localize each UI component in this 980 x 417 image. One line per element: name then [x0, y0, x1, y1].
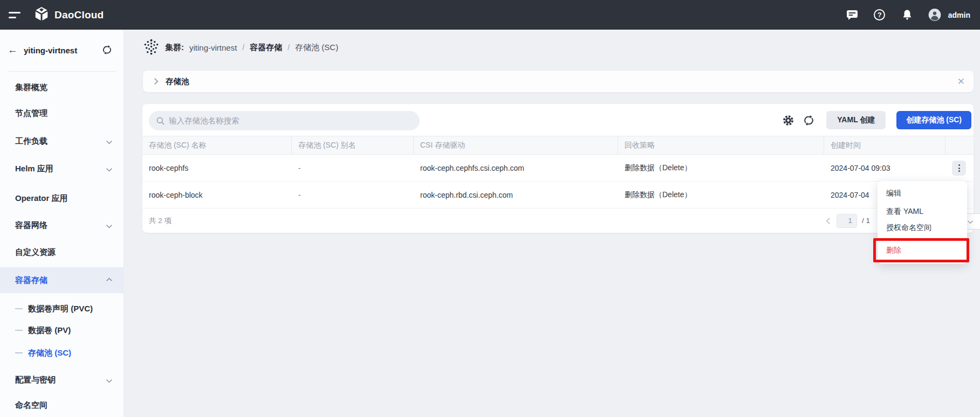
total-count: 共 2 项 [149, 216, 172, 226]
cluster-switch-icon[interactable] [102, 45, 112, 57]
username[interactable]: admin [948, 11, 970, 19]
menu-item-edit[interactable]: 编辑 [878, 186, 967, 201]
row-actions-kebab-icon[interactable] [952, 161, 966, 176]
bell-icon[interactable] [901, 9, 914, 22]
yaml-create-button[interactable]: YAML 创建 [826, 111, 886, 129]
sidebar-item-pv[interactable]: 数据卷 (PV) [0, 321, 124, 340]
sidebar-item-pvc[interactable]: 数据卷声明 (PVC) [0, 299, 124, 318]
col-policy: 回收策略 [618, 136, 824, 154]
sidebar-item-container-storage[interactable]: 容器存储 [0, 267, 124, 293]
sc-policy: 删除数据（Delete） [618, 182, 824, 208]
sc-alias: - [292, 155, 414, 181]
sc-policy: 删除数据（Delete） [618, 155, 824, 181]
refresh-icon[interactable] [801, 113, 815, 127]
table-row: rook-cephfs - rook-ceph.cephfs.csi.ceph.… [142, 155, 974, 182]
sidebar-item-operator-apps[interactable]: Operator 应用 [0, 185, 124, 211]
breadcrumb-cluster-label: 集群: [165, 43, 184, 53]
sidebar-item-container-network[interactable]: 容器网络 [0, 212, 124, 238]
sidebar-header: ← yiting-virtnest [0, 30, 124, 72]
chevron-down-icon [968, 217, 973, 226]
breadcrumb: 集群: yiting-virtnest / 容器存储 / 存储池 (SC) [143, 38, 338, 57]
table-row: rook-ceph-block - rook-ceph.rbd.csi.ceph… [142, 182, 974, 208]
sc-created: 2024-07-04 09:03 [824, 155, 945, 181]
help-icon[interactable]: ? [873, 9, 886, 22]
row-context-menu: 编辑 查看 YAML 授权命名空间 删除 [878, 181, 967, 264]
chevron-down-icon [106, 221, 112, 230]
breadcrumb-cluster-value[interactable]: yiting-virtnest [189, 43, 237, 52]
search-icon [156, 117, 165, 125]
menu-item-delete[interactable]: 删除 [878, 243, 967, 258]
sidebar-item-workloads[interactable]: 工作负载 [0, 128, 124, 154]
sc-alias: - [292, 182, 414, 208]
sidebar: ← yiting-virtnest 集群概览 节点管理 工作负载 Helm 应用 [0, 30, 124, 417]
sidebar-cluster-name: yiting-virtnest [24, 46, 77, 55]
brand[interactable]: DaoCloud [33, 6, 104, 24]
pagination: 共 2 项 1 / 1 [142, 208, 974, 233]
topbar-actions: ? admin [846, 9, 970, 22]
chat-icon[interactable] [846, 9, 859, 22]
sidebar-item-namespaces[interactable]: 命名空间 [0, 392, 124, 417]
breadcrumb-section[interactable]: 容器存储 [250, 43, 282, 53]
cluster-dots-icon [143, 38, 160, 57]
close-icon[interactable]: ✕ [957, 77, 965, 86]
search-box [149, 111, 420, 130]
hamburger-menu-icon[interactable] [9, 12, 23, 18]
sc-driver: rook-ceph.rbd.csi.ceph.com [414, 182, 618, 208]
back-arrow-icon[interactable]: ← [8, 45, 18, 55]
search-input[interactable] [169, 116, 412, 125]
banner-title: 存储池 [166, 77, 189, 87]
info-banner: 存储池 ✕ [143, 71, 974, 92]
page-input[interactable]: 1 [837, 214, 857, 228]
pagination-controls: 1 / 1 [825, 208, 870, 233]
storage-class-card: YAML 创建 创建存储池 (SC) 存储池 (SC) 名称 存储池 (SC) … [142, 104, 974, 233]
sc-name[interactable]: rook-cephfs [142, 155, 292, 181]
sc-name[interactable]: rook-ceph-block [142, 182, 292, 208]
sidebar-item-custom-resources[interactable]: 自定义资源 [0, 239, 124, 265]
col-alias: 存储池 (SC) 别名 [292, 136, 414, 154]
table-header: 存储池 (SC) 名称 存储池 (SC) 别名 CSI 存储驱动 回收策略 创建… [142, 136, 974, 155]
toolbar: YAML 创建 创建存储池 (SC) [142, 104, 974, 136]
sidebar-item-node-management[interactable]: 节点管理 [0, 100, 124, 126]
breadcrumb-page: 存储池 (SC) [295, 43, 338, 53]
col-driver: CSI 存储驱动 [414, 136, 618, 154]
daocloud-logo-icon [33, 6, 50, 24]
menu-item-view-yaml[interactable]: 查看 YAML [878, 204, 967, 219]
sidebar-item-config-secrets[interactable]: 配置与密钥 [0, 367, 124, 393]
chevron-right-icon[interactable] [151, 78, 161, 85]
chevron-down-icon [106, 164, 112, 173]
create-sc-button[interactable]: 创建存储池 (SC) [896, 111, 971, 129]
chevron-down-icon [106, 137, 112, 146]
toolbar-actions: YAML 创建 创建存储池 (SC) [781, 110, 971, 130]
page-indicator: / 1 [862, 217, 870, 225]
app-screen: DaoCloud ? [0, 0, 980, 417]
sidebar-item-helm-apps[interactable]: Helm 应用 [0, 156, 124, 182]
col-created: 创建时间 [824, 136, 945, 154]
col-name: 存储池 (SC) 名称 [142, 136, 292, 154]
sc-driver: rook-ceph.cephfs.csi.ceph.com [414, 155, 618, 181]
col-actions [945, 136, 974, 154]
topbar: DaoCloud ? [0, 0, 980, 30]
sidebar-item-sc[interactable]: 存储池 (SC) [0, 343, 124, 363]
brand-name: DaoCloud [54, 9, 104, 21]
menu-item-authorize-namespace[interactable]: 授权命名空间 [878, 220, 967, 235]
chevron-up-icon [106, 276, 112, 285]
avatar[interactable] [928, 9, 941, 22]
chevron-down-icon [106, 376, 112, 385]
prev-page-icon[interactable] [824, 218, 833, 224]
gear-icon[interactable] [781, 113, 795, 127]
sidebar-item-cluster-overview[interactable]: 集群概览 [0, 74, 124, 100]
